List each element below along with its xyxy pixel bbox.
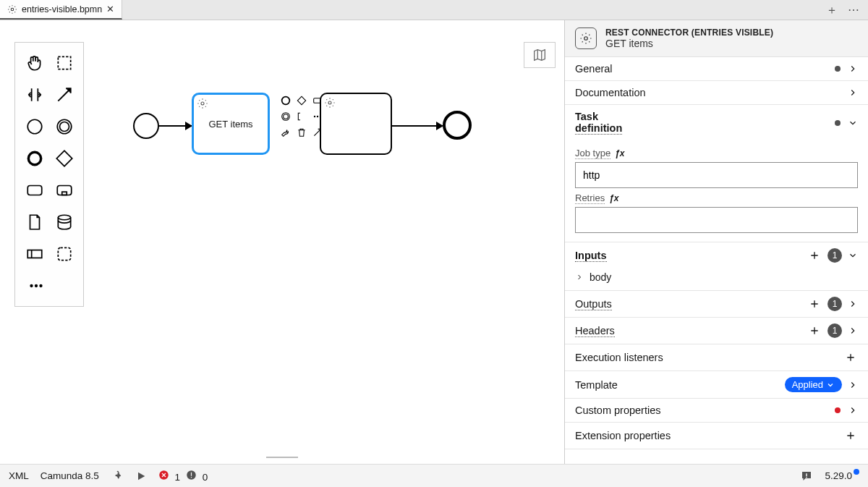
space-tool[interactable] [20, 79, 49, 111]
inputs-count-badge: 1 [827, 248, 842, 263]
svg-point-24 [314, 116, 315, 117]
close-icon[interactable]: ✕ [106, 4, 114, 14]
pool-tool[interactable] [20, 238, 49, 270]
ctx-delete[interactable] [295, 126, 308, 139]
dot-indicator [835, 66, 841, 72]
chevron-right-icon [848, 380, 858, 390]
start-event-tool[interactable] [20, 111, 49, 143]
svg-point-25 [317, 116, 318, 117]
fx-icon: ƒx [609, 193, 618, 203]
more-menu-button[interactable]: ⋯ [848, 4, 859, 16]
ctx-end-event[interactable] [279, 94, 292, 107]
section-documentation[interactable]: Documentation [565, 81, 868, 104]
deploy-button[interactable] [111, 470, 124, 483]
run-button[interactable] [135, 470, 147, 482]
ctx-wrench[interactable] [279, 126, 292, 139]
end-event-tool[interactable] [20, 143, 49, 174]
xml-toggle[interactable]: XML [9, 470, 29, 481]
chevron-right-icon [848, 405, 858, 415]
section-extension-properties[interactable]: Extension properties [565, 423, 868, 449]
gear-icon [197, 98, 208, 111]
headers-count-badge: 1 [827, 323, 842, 338]
svg-point-17 [201, 102, 204, 105]
engine-version[interactable]: Camunda 8.5 [41, 470, 99, 481]
ctx-annotation[interactable] [295, 110, 308, 123]
add-listener-button[interactable] [843, 350, 858, 365]
ctx-intermediate-event[interactable] [279, 110, 292, 123]
chevron-down-icon [848, 250, 858, 261]
section-outputs[interactable]: Outputs 1 [565, 291, 868, 317]
input-item-body[interactable]: body [565, 268, 868, 290]
data-object-tool[interactable] [20, 206, 49, 238]
svg-point-5 [28, 152, 41, 164]
add-tab-button[interactable]: ＋ [826, 4, 838, 16]
file-tab[interactable]: entries-visible.bpmn ✕ [0, 0, 122, 20]
app-version[interactable]: 5.29.0 [825, 470, 859, 481]
minimap-toggle[interactable] [524, 42, 556, 68]
task-tool[interactable] [20, 174, 49, 206]
fx-icon: ƒx [615, 148, 624, 158]
bpmn-service-task-selected[interactable]: GET items [192, 93, 270, 155]
section-execution-listeners[interactable]: Execution listeners [565, 344, 868, 370]
data-store-tool[interactable] [49, 206, 79, 238]
section-task-definition[interactable]: Task definition [565, 105, 868, 140]
section-custom-properties[interactable]: Custom properties [565, 399, 868, 422]
template-applied-badge[interactable]: Applied [785, 377, 842, 392]
more-tools[interactable] [20, 270, 79, 302]
chevron-right-icon [848, 326, 858, 336]
add-header-button[interactable] [807, 323, 822, 338]
intermediate-event-tool[interactable] [49, 111, 79, 143]
bpmn-service-task[interactable] [320, 93, 392, 155]
svg-rect-35 [807, 473, 808, 476]
hand-tool[interactable] [20, 47, 49, 79]
bpmn-sequence-flow[interactable] [392, 125, 443, 127]
gateway-tool[interactable] [49, 143, 79, 174]
task-label: GET items [208, 119, 252, 130]
gear-icon [7, 4, 17, 14]
retries-input[interactable] [575, 207, 858, 233]
chevron-right-icon [848, 64, 858, 74]
add-output-button[interactable] [807, 297, 822, 311]
chevron-down-icon [826, 381, 835, 389]
group-tool[interactable] [49, 238, 79, 270]
bpmn-sequence-flow[interactable] [159, 125, 192, 127]
section-general[interactable]: General [565, 57, 868, 80]
svg-point-29 [328, 101, 331, 104]
panel-subtitle: GET items [605, 38, 773, 49]
tool-palette [14, 42, 84, 307]
svg-rect-34 [191, 477, 192, 478]
error-dot-indicator [835, 407, 841, 413]
dot-indicator [835, 120, 841, 126]
job-type-input[interactable] [575, 162, 858, 188]
job-type-label: Job type [575, 148, 610, 159]
svg-point-14 [30, 284, 33, 287]
add-extension-button[interactable] [843, 428, 858, 443]
section-inputs[interactable]: Inputs 1 [565, 242, 868, 268]
global-connect-tool[interactable] [49, 79, 79, 111]
svg-point-30 [584, 37, 588, 41]
properties-header: REST CONNECTOR (ENTRIES VISIBLE) GET ite… [565, 20, 868, 57]
problems-indicator[interactable]: 1 0 [158, 470, 208, 483]
svg-point-2 [27, 119, 42, 134]
bpmn-start-event[interactable] [133, 113, 159, 139]
svg-point-4 [59, 122, 69, 132]
add-input-button[interactable] [807, 248, 822, 263]
svg-rect-1 [58, 56, 70, 69]
retries-label: Retries [575, 192, 605, 204]
svg-rect-19 [297, 96, 305, 104]
svg-rect-13 [58, 247, 70, 260]
feedback-button[interactable] [800, 470, 813, 483]
bpmn-end-event[interactable] [443, 111, 472, 140]
section-template[interactable]: Template Applied [565, 371, 868, 398]
svg-point-23 [284, 114, 289, 119]
svg-point-0 [11, 8, 14, 11]
lasso-tool[interactable] [49, 47, 79, 79]
ctx-gateway[interactable] [295, 94, 308, 107]
chevron-down-icon [848, 118, 858, 128]
panel-resize-handle[interactable] [259, 454, 305, 461]
panel-title: REST CONNECTOR (ENTRIES VISIBLE) [605, 27, 773, 38]
update-dot [854, 469, 859, 475]
diagram-canvas[interactable]: GET items [0, 20, 564, 464]
subprocess-tool[interactable] [49, 174, 79, 206]
section-headers[interactable]: Headers 1 [565, 318, 868, 344]
